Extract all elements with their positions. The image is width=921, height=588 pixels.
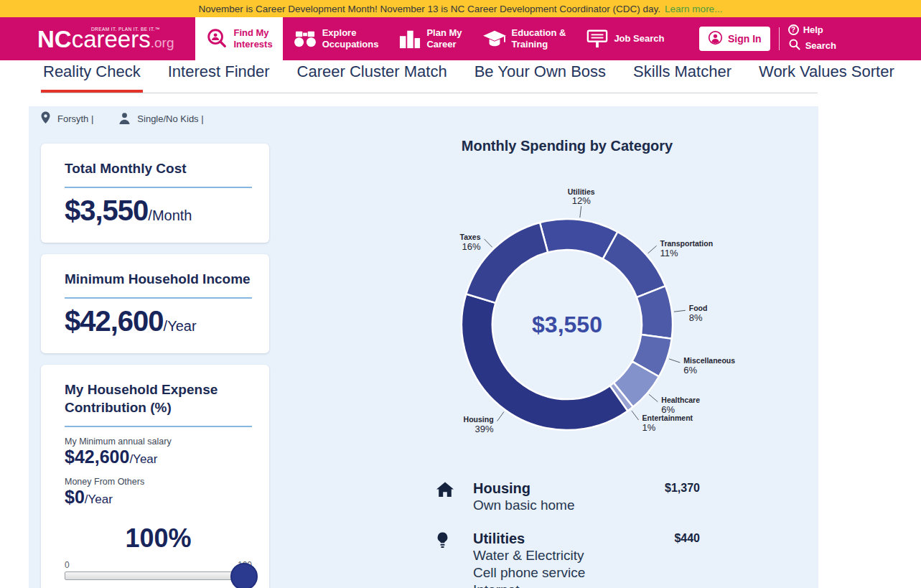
card-divider [65, 426, 252, 427]
donut-label-line [674, 310, 686, 312]
nav-label: Job Search [614, 33, 664, 45]
nav-explore-occupations[interactable]: Explore Occupations [283, 17, 389, 60]
now-hiring-sign-icon [586, 28, 609, 50]
donut-label-line [669, 359, 680, 363]
expense-amount: $440 [674, 530, 700, 588]
expense-item: Internet [473, 582, 655, 588]
expense-name: Housing [473, 480, 646, 497]
total-monthly-cost-card: Total Monthly Cost $3,550/Month [41, 144, 269, 243]
tab-career-cluster-match[interactable]: Career Cluster Match [295, 57, 449, 93]
donut-label-line [649, 394, 658, 401]
nav-label-line2: Career [426, 39, 456, 50]
nav-label: Explore Occupations [322, 27, 379, 51]
nav-label-line2: Interests [233, 39, 272, 50]
binoculars-icon [293, 29, 317, 49]
card-title: My Household Expense Contribution (%) [65, 381, 252, 416]
expense-item: Cell phone service [473, 564, 655, 582]
location-filter[interactable]: Forsyth | [39, 111, 93, 127]
nav-label-line1: Plan My [426, 27, 462, 38]
search-link[interactable]: Search [788, 38, 836, 53]
card-value-line: $3,550/Month [65, 195, 252, 227]
main-nav: Find My Interests Explore Occupations [195, 17, 674, 60]
donut-label-name: Food [689, 304, 708, 312]
magnifier-person-icon [205, 27, 228, 50]
nav-plan-my-career[interactable]: Plan My Career [388, 17, 472, 60]
logo[interactable]: DREAM IT. PLAN IT. BE IT.™ NCcareers.org [0, 17, 195, 60]
spending-donut-chart: Utilities12%Transportation11%Food8%Misce… [295, 178, 841, 458]
nav-education-training[interactable]: Education & Training [472, 17, 576, 60]
tab-reality-check[interactable]: Reality Check [41, 57, 143, 93]
reality-check-panel: Forsyth | Single/No Kids | Total Monthly… [29, 106, 818, 588]
lightbulb-icon [436, 530, 454, 588]
donut-label-percent: 39% [475, 424, 494, 434]
card-title: Total Monthly Cost [65, 159, 252, 177]
tab-interest-finder[interactable]: Interest Finder [166, 57, 272, 93]
person-icon [118, 111, 131, 127]
donut-label-percent: 8% [689, 312, 703, 323]
nav-label: Plan My Career [426, 27, 462, 51]
expense-row-housing: Housing Own basic home $1,370 [436, 480, 700, 514]
tool-tabs: Reality Check Interest Finder Career Clu… [41, 57, 818, 93]
location-label: Forsyth | [57, 113, 93, 124]
donut-label-name: Taxes [460, 233, 481, 241]
donut-label-name: Miscellaneous [683, 356, 735, 365]
slider-scale: 0 100 [65, 560, 252, 570]
expense-text: Utilities Water & Electricity Cell phone… [473, 530, 655, 588]
tab-work-values-sorter[interactable]: Work Values Sorter [757, 57, 897, 93]
sign-in-button[interactable]: Sign In [699, 27, 770, 51]
nav-job-search[interactable]: Job Search [576, 17, 674, 60]
contribution-percent: 100% [65, 523, 252, 554]
donut-label-name: Housing [464, 415, 494, 424]
card-divider [65, 297, 252, 299]
total-monthly-cost-value: $3,550 [65, 195, 148, 226]
contribution-slider-track[interactable] [65, 571, 252, 580]
expense-name: Utilities [473, 530, 655, 547]
help-label: Help [803, 24, 823, 35]
nav-label-line1: Explore [322, 27, 357, 38]
contribution-slider-handle[interactable] [230, 563, 258, 588]
help-link[interactable]: ? Help [788, 24, 836, 35]
announcement-banner: November is Career Development Month! No… [0, 0, 921, 17]
card-divider [65, 187, 252, 188]
graduation-cap-icon [482, 29, 507, 49]
nav-label-line1: Find My [233, 27, 268, 38]
summary-cards: Total Monthly Cost $3,550/Month Minimum … [41, 144, 269, 588]
expense-text: Housing Own basic home [473, 480, 646, 514]
minimum-income-unit: /Year [164, 318, 197, 334]
logo-nc: NC [37, 26, 72, 52]
donut-label-line [580, 206, 581, 218]
donut-label-line [485, 239, 492, 248]
expense-item: Own basic home [473, 497, 646, 514]
slider-min-label: 0 [65, 560, 70, 570]
minimum-household-income-card: Minimum Household Income $42,600/Year [41, 254, 269, 353]
donut-label-name: Healthcare [661, 396, 700, 404]
minimum-income-value: $42,600 [65, 305, 164, 337]
tab-be-your-own-boss[interactable]: Be Your Own Boss [472, 57, 608, 93]
nav-label-line2: Occupations [322, 39, 379, 50]
donut-label-percent: 6% [683, 365, 697, 375]
header-right: Sign In ? Help Search [699, 17, 921, 60]
nav-label-line2: Training [512, 39, 548, 50]
donut-center-value: $3,550 [532, 312, 602, 337]
tab-skills-matcher[interactable]: Skills Matcher [631, 57, 734, 93]
site-header: DREAM IT. PLAN IT. BE IT.™ NCcareers.org… [0, 17, 921, 60]
expense-item: Water & Electricity [473, 547, 655, 564]
logo-org: .org [151, 35, 174, 50]
logo-tagline: DREAM IT. PLAN IT. BE IT.™ [91, 27, 160, 32]
nav-label: Education & Training [512, 27, 566, 51]
nav-find-my-interests[interactable]: Find My Interests [195, 17, 282, 60]
expense-contribution-card: My Household Expense Contribution (%) My… [41, 365, 269, 588]
person-circle-icon [708, 30, 723, 47]
location-pin-icon [39, 111, 52, 127]
total-monthly-cost-unit: /Month [148, 207, 192, 223]
announcement-text: November is Career Development Month! No… [199, 4, 661, 14]
learn-more-link[interactable]: Learn more... [665, 4, 722, 14]
household-filter[interactable]: Single/No Kids | [118, 111, 203, 127]
nav-label: Find My Interests [233, 27, 272, 51]
donut-segment-transportation[interactable] [603, 232, 665, 297]
salary-value: $42,600 [65, 447, 129, 467]
donut-label-percent: 11% [660, 248, 678, 258]
donut-label-line [497, 412, 504, 421]
others-value-line: $0/Year [65, 487, 252, 508]
filter-row: Forsyth | Single/No Kids | [39, 111, 204, 127]
